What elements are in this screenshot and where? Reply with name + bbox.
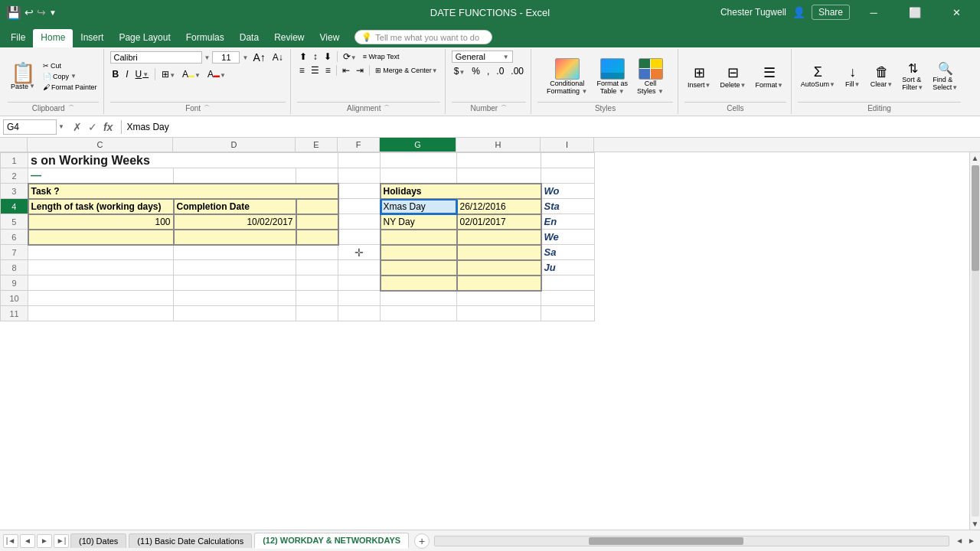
customize-icon[interactable]: ▼ [49, 8, 57, 17]
font-size-dropdown-arrow[interactable]: ▼ [242, 54, 248, 61]
cell-g9[interactable] [381, 276, 457, 291]
scrollbar-thumb[interactable] [972, 165, 979, 271]
cell-c7[interactable] [28, 245, 174, 260]
align-bottom-button[interactable]: ⬇ [322, 51, 334, 63]
cell-d8[interactable] [174, 260, 296, 276]
restore-button[interactable]: ⬜ [897, 0, 933, 24]
vertical-scrollbar[interactable]: ▲ ▼ [969, 152, 980, 530]
font-size-selector[interactable]: 11 [212, 51, 240, 64]
cut-button[interactable]: ✂ Cut [41, 61, 99, 70]
cell-i2[interactable] [541, 168, 595, 184]
col-header-e[interactable]: E [296, 138, 338, 152]
cell-f8[interactable] [338, 260, 381, 276]
cell-f2[interactable] [338, 168, 381, 184]
cell-c9[interactable] [28, 276, 174, 291]
cell-d11[interactable] [174, 306, 296, 321]
cell-g1[interactable] [381, 153, 457, 168]
cell-d2[interactable] [174, 168, 296, 184]
tab-data[interactable]: Data [232, 29, 266, 47]
cell-d4[interactable]: Completion Date [174, 199, 296, 214]
cell-d7[interactable] [174, 245, 296, 260]
cell-f4[interactable] [338, 199, 381, 214]
cell-c5[interactable]: 100 [28, 214, 174, 230]
cell-g8[interactable] [381, 260, 457, 276]
cell-c3[interactable]: Task ? [28, 184, 338, 199]
col-header-g[interactable]: G [380, 138, 456, 152]
cell-f9[interactable] [338, 276, 381, 291]
cell-i4[interactable]: Sta [541, 199, 595, 214]
cell-h1[interactable] [457, 153, 541, 168]
increase-decimal-button[interactable]: .00 [508, 65, 526, 77]
align-middle-button[interactable]: ↕ [311, 51, 320, 63]
increase-font-button[interactable]: A↑ [250, 51, 267, 64]
sort-filter-button[interactable]: ⇅ Sort &Filter▼ [899, 60, 926, 93]
format-painter-button[interactable]: 🖌 Format Painter [41, 83, 99, 92]
align-left-button[interactable]: ≡ [297, 64, 307, 77]
formula-input[interactable] [121, 120, 977, 134]
cell-g5[interactable]: NY Day [381, 214, 457, 230]
cell-styles-button[interactable]: CellStyles ▼ [634, 57, 667, 96]
merge-center-button[interactable]: ⊞ Merge & Center▼ [373, 66, 440, 75]
text-angle-button[interactable]: ⟳▼ [341, 51, 359, 63]
cell-c1[interactable]: s on Working Weeks [28, 153, 338, 168]
align-right-button[interactable]: ≡ [323, 64, 333, 77]
cell-h5[interactable]: 02/01/2017 [457, 214, 541, 230]
col-header-i[interactable]: I [541, 138, 594, 152]
paste-button[interactable]: 📋 Paste▼ [8, 61, 38, 92]
cell-h9[interactable] [457, 276, 541, 291]
close-button[interactable]: ✕ [939, 0, 974, 24]
font-name-selector[interactable]: Calibri [110, 51, 202, 64]
share-button[interactable]: Share [812, 5, 850, 20]
cell-i8[interactable]: Ju [541, 260, 595, 276]
sheet-tab-10-dates[interactable]: (10) Dates [70, 533, 126, 548]
cell-e7[interactable] [296, 245, 338, 260]
sheet-tab-11-basic[interactable]: (11) Basic Date Calculations [129, 533, 252, 548]
cell-h2[interactable] [457, 168, 541, 184]
hscroll-left[interactable]: ◄ [954, 536, 965, 545]
cell-c10[interactable] [28, 291, 174, 306]
comma-button[interactable]: , [485, 65, 492, 77]
cell-h8[interactable] [457, 260, 541, 276]
tab-home[interactable]: Home [33, 29, 73, 47]
align-center-button[interactable]: ☰ [309, 64, 322, 77]
tab-view[interactable]: View [312, 29, 348, 47]
cell-e5[interactable] [296, 214, 338, 230]
hscrollbar-thumb[interactable] [589, 537, 743, 545]
find-select-button[interactable]: 🔍 Find &Select▼ [929, 60, 961, 93]
cell-i5[interactable]: En [541, 214, 595, 230]
cell-d9[interactable] [174, 276, 296, 291]
cell-i10[interactable] [541, 291, 595, 306]
format-as-table-button[interactable]: Format asTable ▼ [594, 57, 632, 96]
redo-icon[interactable]: ↪ [37, 6, 46, 18]
tab-review[interactable]: Review [266, 29, 312, 47]
cell-f10[interactable] [338, 291, 381, 306]
cell-i11[interactable] [541, 306, 595, 321]
number-expand[interactable]: ⌒ [501, 104, 507, 112]
col-header-f[interactable]: F [338, 138, 380, 152]
sheet-nav-prev[interactable]: ◄ [20, 534, 35, 548]
col-header-c[interactable]: C [28, 138, 173, 152]
underline-button[interactable]: U▼ [133, 68, 152, 80]
sheet-tab-12-workday[interactable]: (12) WORKDAY & NETWORKDAYS [254, 533, 409, 549]
fill-color-button[interactable]: A▬▼ [180, 68, 203, 80]
insert-function-button[interactable]: fx [101, 120, 115, 134]
save-icon[interactable]: 💾 [6, 5, 21, 20]
minimize-button[interactable]: ─ [856, 0, 891, 24]
col-header-d[interactable]: D [173, 138, 296, 152]
cell-ref-dropdown[interactable]: ▼ [58, 123, 64, 130]
cell-i9[interactable] [541, 276, 595, 291]
cell-d10[interactable] [174, 291, 296, 306]
hscroll-right[interactable]: ► [966, 536, 977, 545]
align-top-button[interactable]: ⬆ [297, 51, 309, 63]
cell-g7[interactable] [381, 245, 457, 260]
delete-button[interactable]: ⊟ Delete▼ [717, 63, 749, 90]
decrease-font-button[interactable]: A↓ [270, 51, 286, 64]
undo-icon[interactable]: ↩ [24, 6, 34, 18]
add-sheet-button[interactable]: + [414, 533, 430, 549]
cell-f7[interactable]: ✛ [338, 245, 381, 260]
cell-h6[interactable] [457, 230, 541, 245]
alignment-expand[interactable]: ⌒ [384, 104, 390, 112]
autosum-button[interactable]: Σ AutoSum▼ [798, 63, 838, 90]
font-name-dropdown-arrow[interactable]: ▼ [204, 54, 211, 61]
horizontal-scrollbar[interactable] [434, 536, 949, 546]
